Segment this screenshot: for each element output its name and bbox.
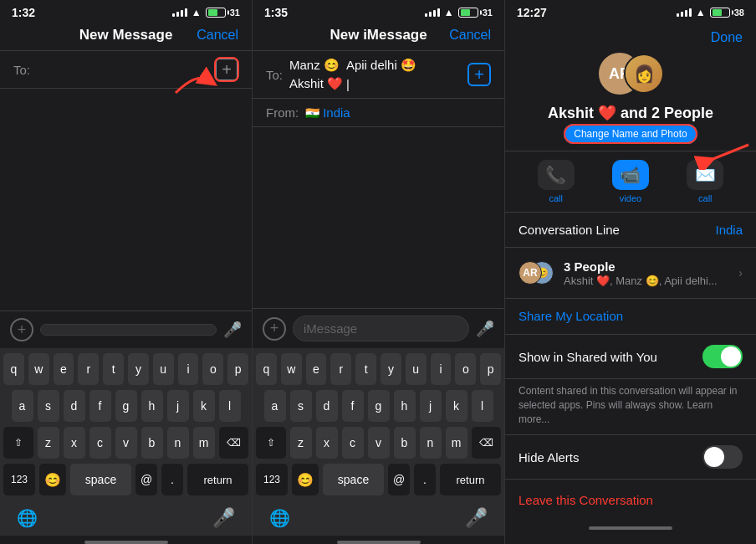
key2-f[interactable]: f	[342, 390, 364, 422]
key-period[interactable]: .	[161, 464, 183, 495]
key2-a[interactable]: a	[264, 390, 286, 422]
mic-icon-1[interactable]: 🎤	[223, 321, 242, 339]
key2-emoji[interactable]: 😊	[292, 464, 319, 495]
key-space[interactable]: space	[70, 464, 131, 495]
signal-icon-3	[677, 8, 692, 17]
key-return[interactable]: return	[187, 464, 248, 495]
key-l[interactable]: l	[219, 390, 241, 422]
key-n[interactable]: n	[167, 427, 189, 459]
key2-t[interactable]: t	[355, 353, 376, 385]
video-button[interactable]: 📹 video	[597, 160, 664, 203]
key-g[interactable]: g	[115, 390, 137, 422]
cancel-button-2[interactable]: Cancel	[449, 28, 491, 43]
add-recipient-button[interactable]: +	[215, 58, 238, 81]
key2-r[interactable]: r	[330, 353, 351, 385]
key-h[interactable]: h	[141, 390, 163, 422]
key-u[interactable]: u	[153, 353, 174, 385]
key2-e[interactable]: e	[306, 353, 327, 385]
to-label-2: To:	[266, 68, 283, 82]
key-r[interactable]: r	[78, 353, 99, 385]
key2-n[interactable]: n	[420, 427, 442, 459]
key2-at[interactable]: @	[388, 464, 410, 495]
key2-period[interactable]: .	[414, 464, 436, 495]
key2-p[interactable]: p	[480, 353, 501, 385]
key-y[interactable]: y	[128, 353, 149, 385]
key2-j[interactable]: j	[420, 390, 442, 422]
share-location-button[interactable]: Share My Location	[505, 299, 756, 335]
key2-g[interactable]: g	[368, 390, 390, 422]
leave-label: Leave this Conversation	[518, 493, 653, 507]
key2-l[interactable]: l	[472, 390, 493, 422]
mic-icon-b2[interactable]: 🎤	[465, 507, 488, 529]
mail-label: call	[698, 193, 713, 203]
key2-backspace[interactable]: ⌫	[472, 427, 502, 459]
key-z[interactable]: z	[38, 427, 59, 459]
message-input-1[interactable]	[40, 324, 217, 336]
key-x[interactable]: x	[64, 427, 85, 459]
key-t[interactable]: t	[103, 353, 124, 385]
key2-return[interactable]: return	[440, 464, 501, 495]
key-i[interactable]: i	[178, 353, 199, 385]
hide-alerts-toggle[interactable]	[702, 445, 743, 469]
key-p[interactable]: p	[227, 353, 248, 385]
key2-d[interactable]: d	[316, 390, 338, 422]
key-a[interactable]: a	[12, 390, 33, 422]
key2-shift[interactable]: ⇧	[256, 427, 286, 459]
key2-o[interactable]: o	[455, 353, 476, 385]
mic-icon-2[interactable]: 🎤	[476, 320, 494, 338]
key-m[interactable]: m	[193, 427, 215, 459]
key2-x[interactable]: x	[316, 427, 338, 459]
key-backspace[interactable]: ⌫	[219, 427, 249, 459]
message-input-2[interactable]: iMessage	[293, 316, 469, 341]
keyboard-2: q w e r t y u i o p a s d f g h j k l ⇧ …	[253, 348, 504, 504]
key-k[interactable]: k	[193, 390, 215, 422]
key2-s[interactable]: s	[290, 390, 312, 422]
key2-b[interactable]: b	[394, 427, 416, 459]
mic-icon-b1[interactable]: 🎤	[212, 507, 235, 529]
key2-y[interactable]: y	[381, 353, 401, 385]
show-shared-toggle[interactable]	[702, 345, 743, 368]
key-emoji[interactable]: 😊	[39, 464, 66, 495]
key-b[interactable]: b	[141, 427, 163, 459]
globe-icon-2[interactable]: 🌐	[269, 508, 290, 528]
key-w[interactable]: w	[28, 353, 49, 385]
done-button[interactable]: Done	[711, 30, 743, 45]
key2-w[interactable]: w	[281, 353, 302, 385]
key-c[interactable]: c	[89, 427, 111, 459]
hide-alerts-label: Hide Alerts	[518, 450, 702, 464]
key2-space[interactable]: space	[323, 464, 384, 495]
key2-123[interactable]: 123	[256, 464, 288, 495]
key-e[interactable]: e	[54, 353, 74, 385]
key-s[interactable]: s	[38, 390, 59, 422]
add-recipient-button-2[interactable]: +	[467, 63, 491, 86]
conversation-line-item[interactable]: Conversation Line India	[505, 213, 756, 248]
key-at[interactable]: @	[135, 464, 157, 495]
change-name-photo-button[interactable]: Change Name and Photo	[564, 124, 697, 144]
cancel-button-1[interactable]: Cancel	[197, 28, 238, 43]
key2-u[interactable]: u	[406, 353, 427, 385]
key2-c[interactable]: c	[342, 427, 364, 459]
key-f[interactable]: f	[89, 390, 111, 422]
key2-v[interactable]: v	[368, 427, 390, 459]
key-q[interactable]: q	[3, 353, 24, 385]
leave-conversation-button[interactable]: Leave this Conversation	[505, 480, 756, 521]
call-button[interactable]: 📞 call	[523, 160, 590, 203]
key2-q[interactable]: q	[256, 353, 277, 385]
key-d[interactable]: d	[64, 390, 85, 422]
key-j[interactable]: j	[167, 390, 189, 422]
key-o[interactable]: o	[202, 353, 223, 385]
people-name: 3 People	[564, 259, 732, 274]
people-item[interactable]: AR 😊 3 People Akshit ❤️, Manz 😊, Apii de…	[505, 248, 756, 299]
globe-icon-1[interactable]: 🌐	[17, 508, 38, 528]
key-123[interactable]: 123	[3, 464, 35, 495]
key2-h[interactable]: h	[394, 390, 416, 422]
panel-new-message: 1:32 ▲ 31 New Message Cancel To: +	[0, 0, 253, 544]
key2-i[interactable]: i	[431, 353, 452, 385]
key2-m[interactable]: m	[446, 427, 467, 459]
key-shift[interactable]: ⇧	[3, 427, 33, 459]
key2-z[interactable]: z	[290, 427, 312, 459]
attachment-button-2[interactable]: +	[263, 317, 286, 341]
attachment-button-1[interactable]: +	[10, 318, 33, 341]
key-v[interactable]: v	[115, 427, 137, 459]
key2-k[interactable]: k	[446, 390, 467, 422]
